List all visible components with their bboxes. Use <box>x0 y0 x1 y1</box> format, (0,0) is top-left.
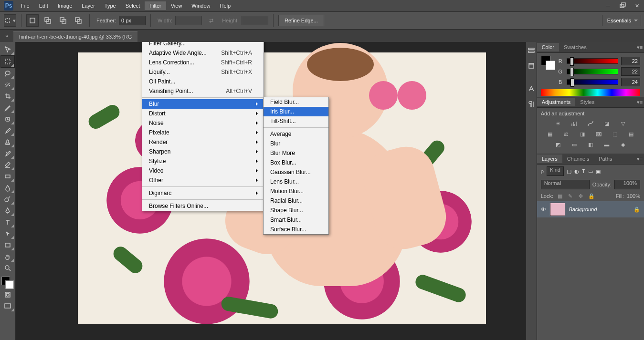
window-restore-icon[interactable] <box>616 1 629 10</box>
quick-mask-icon[interactable] <box>1 289 14 300</box>
filter-kind-select[interactable]: Kind <box>547 166 564 176</box>
add-selection-icon[interactable] <box>42 14 54 27</box>
eyedropper-tool-icon[interactable] <box>1 102 14 113</box>
menu-motion-blur[interactable]: Motion Blur... <box>264 186 328 196</box>
menu-lens-blur[interactable]: Lens Blur... <box>264 177 328 186</box>
brightness-contrast-icon[interactable]: ☀ <box>553 119 563 128</box>
canvas-area[interactable]: Last FilterCtrl+F Convert for Smart Filt… <box>16 42 526 340</box>
visibility-icon[interactable]: 👁 <box>541 206 546 212</box>
swap-dimensions-icon[interactable]: ⇄ <box>205 14 217 27</box>
menu-window[interactable]: Window <box>187 1 215 10</box>
eraser-tool-icon[interactable] <box>1 159 14 171</box>
color-lookup-icon[interactable]: ▤ <box>626 130 636 138</box>
expand-docs-icon[interactable]: » <box>0 30 13 42</box>
pen-tool-icon[interactable] <box>1 205 14 216</box>
menu-help[interactable]: Help <box>215 1 235 10</box>
selective-color-icon[interactable]: ◆ <box>618 140 628 149</box>
height-input[interactable] <box>242 16 268 25</box>
menu-digimarc[interactable]: Digimarc <box>142 188 264 198</box>
window-close-icon[interactable]: ✕ <box>630 1 644 10</box>
tab-paths[interactable]: Paths <box>594 155 617 163</box>
lock-pixels-icon[interactable]: ✎ <box>567 192 574 200</box>
menu-adaptive-wide-angle[interactable]: Adaptive Wide Angle...Shift+Ctrl+A <box>142 48 264 58</box>
lock-all-icon[interactable]: 🔒 <box>588 192 595 200</box>
menu-blur-more[interactable]: Blur More <box>264 148 328 158</box>
hue-sat-icon[interactable]: ▦ <box>545 130 555 138</box>
menu-pixelate-group[interactable]: Pixelate <box>142 128 264 137</box>
r-slider[interactable] <box>567 58 618 64</box>
gradient-tool-icon[interactable] <box>1 171 14 182</box>
invert-icon[interactable]: ◩ <box>553 140 563 149</box>
menu-type[interactable]: Type <box>100 1 121 10</box>
menu-iris-blur[interactable]: Iris Blur... <box>264 107 328 116</box>
tab-channels[interactable]: Channels <box>562 155 594 163</box>
color-balance-icon[interactable]: ⚖ <box>561 130 571 138</box>
menu-smart-blur[interactable]: Smart Blur... <box>264 215 328 225</box>
g-value[interactable]: 22 <box>621 67 640 76</box>
exposure-icon[interactable]: ◪ <box>602 119 612 128</box>
menu-select[interactable]: Select <box>121 1 145 10</box>
dodge-tool-icon[interactable] <box>1 194 14 205</box>
menu-stylize-group[interactable]: Stylize <box>142 156 264 166</box>
filter-smart-icon[interactable]: ▣ <box>596 168 601 175</box>
filter-shape-icon[interactable]: ▭ <box>588 168 593 175</box>
menu-shape-blur[interactable]: Shape Blur... <box>264 206 328 215</box>
bw-icon[interactable]: ◨ <box>578 130 587 138</box>
history-panel-icon[interactable] <box>527 46 536 55</box>
channel-mixer-icon[interactable]: ⬚ <box>610 130 620 138</box>
menu-liquify[interactable]: Liquify...Shift+Ctrl+X <box>142 67 264 77</box>
new-selection-icon[interactable] <box>26 14 39 27</box>
blend-mode-select[interactable]: Normal <box>541 180 590 189</box>
menu-sharpen-group[interactable]: Sharpen <box>142 147 264 156</box>
menu-oil-paint[interactable]: Oil Paint... <box>142 77 264 86</box>
clone-stamp-tool-icon[interactable] <box>1 136 14 148</box>
menu-render-group[interactable]: Render <box>142 137 264 147</box>
menu-lens-correction[interactable]: Lens Correction...Shift+Ctrl+R <box>142 58 264 67</box>
menu-box-blur[interactable]: Box Blur... <box>264 158 328 167</box>
levels-icon[interactable] <box>570 119 579 128</box>
posterize-icon[interactable]: ▭ <box>570 140 579 149</box>
menu-field-blur[interactable]: Field Blur... <box>264 97 328 107</box>
rectangle-tool-icon[interactable] <box>1 239 14 251</box>
workspace-selector[interactable]: Essentials <box>602 15 641 26</box>
menu-blur[interactable]: Blur <box>264 139 328 148</box>
refine-edge-button[interactable]: Refine Edge... <box>278 15 324 26</box>
path-selection-tool-icon[interactable] <box>1 228 14 239</box>
color-swatch[interactable] <box>1 277 14 289</box>
tab-styles[interactable]: Styles <box>575 98 599 106</box>
menu-noise-group[interactable]: Noise <box>142 118 264 128</box>
menu-filter-gallery[interactable]: Filter Gallery... <box>142 42 264 48</box>
crop-tool-icon[interactable] <box>1 91 14 102</box>
menu-layer[interactable]: Layer <box>77 1 100 10</box>
g-slider[interactable] <box>567 69 618 74</box>
layer-row-background[interactable]: 👁 Background 🔒 <box>537 201 644 217</box>
menu-average[interactable]: Average <box>264 129 328 139</box>
history-brush-tool-icon[interactable] <box>1 148 14 159</box>
curves-icon[interactable] <box>586 119 595 128</box>
menu-gaussian-blur[interactable]: Gaussian Blur... <box>264 167 328 177</box>
tab-adjustments[interactable]: Adjustments <box>537 98 576 106</box>
tool-preset-icon[interactable]: ▾ <box>4 14 16 27</box>
filter-type-icon[interactable]: T <box>582 168 585 174</box>
gradient-map-icon[interactable]: ▬ <box>602 140 612 149</box>
b-slider[interactable] <box>567 79 618 85</box>
menu-filter[interactable]: Filter <box>145 1 166 10</box>
document-tab[interactable]: hinh-anh-em-be-de-thuong-40.jpg @ 33.3% … <box>13 31 137 42</box>
fill-input[interactable]: 100% <box>627 193 640 199</box>
magic-wand-tool-icon[interactable] <box>1 79 14 91</box>
lasso-tool-icon[interactable] <box>1 68 14 79</box>
menu-image[interactable]: Image <box>53 1 77 10</box>
panel-menu-icon[interactable]: ▾≡ <box>635 44 644 51</box>
menu-distort-group[interactable]: Distort <box>142 109 264 118</box>
window-minimize-icon[interactable]: ─ <box>602 1 615 10</box>
paragraph-panel-icon[interactable] <box>527 99 536 109</box>
vibrance-icon[interactable]: ▽ <box>618 119 628 128</box>
panel-menu-icon[interactable]: ▾≡ <box>635 99 644 105</box>
menu-browse-filters[interactable]: Browse Filters Online... <box>142 201 264 211</box>
menu-surface-blur[interactable]: Surface Blur... <box>264 225 328 234</box>
width-input[interactable] <box>175 16 202 25</box>
photo-filter-icon[interactable] <box>594 130 603 138</box>
menu-video-group[interactable]: Video <box>142 166 264 175</box>
spectrum-bar[interactable] <box>541 89 640 96</box>
tab-color[interactable]: Color <box>537 43 559 52</box>
